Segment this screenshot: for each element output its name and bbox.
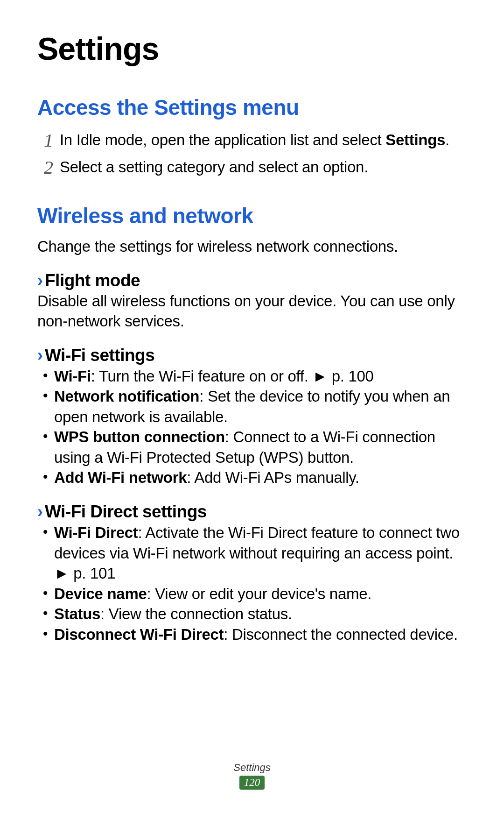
- list-item: Device name: View or edit your device's …: [40, 584, 467, 604]
- list-item: Disconnect Wi-Fi Direct: Disconnect the …: [40, 624, 467, 645]
- section-access-heading: Access the Settings menu: [37, 95, 467, 120]
- chevron-icon: ›: [37, 346, 43, 365]
- footer-label: Settings: [0, 762, 504, 774]
- step-text: Select a setting category and select an …: [60, 156, 467, 177]
- sub-heading-text: Flight mode: [45, 271, 140, 290]
- wifi-direct-list: Wi-Fi Direct: Activate the Wi-Fi Direct …: [37, 523, 467, 644]
- page-number-badge: 120: [239, 776, 265, 790]
- page-title: Settings: [37, 30, 467, 67]
- section-wireless-heading: Wireless and network: [37, 203, 467, 228]
- list-item: Add Wi-Fi network: Add Wi-Fi APs manuall…: [40, 467, 467, 488]
- step-2: 2 Select a setting category and select a…: [37, 156, 467, 180]
- step-1: 1 In Idle mode, open the application lis…: [37, 128, 467, 153]
- sub-heading-wifi-settings: › Wi-Fi settings: [37, 346, 467, 365]
- chevron-icon: ›: [37, 502, 43, 522]
- sub-heading-flight-mode: › Flight mode: [37, 271, 467, 290]
- flight-mode-text: Disable all wireless functions on your d…: [37, 291, 467, 332]
- chevron-icon: ›: [37, 271, 43, 290]
- step-text: In Idle mode, open the application list …: [60, 128, 467, 150]
- sub-heading-text: Wi-Fi settings: [45, 346, 154, 365]
- wifi-settings-list: Wi-Fi: Turn the Wi-Fi feature on or off.…: [37, 366, 467, 488]
- list-item: Network notification: Set the device to …: [40, 386, 467, 427]
- list-item: Wi-Fi: Turn the Wi-Fi feature on or off.…: [40, 366, 467, 387]
- list-item: Wi-Fi Direct: Activate the Wi-Fi Direct …: [40, 523, 467, 584]
- section-wireless-intro: Change the settings for wireless network…: [37, 237, 467, 257]
- step-number: 1: [37, 128, 60, 153]
- step-number: 2: [37, 156, 60, 180]
- list-item: WPS button connection: Connect to a Wi-F…: [40, 427, 467, 467]
- list-item: Status: View the connection status.: [40, 604, 467, 624]
- sub-heading-text: Wi-Fi Direct settings: [45, 502, 207, 522]
- sub-heading-wifi-direct: › Wi-Fi Direct settings: [37, 502, 467, 522]
- page-footer: Settings 120: [0, 762, 504, 790]
